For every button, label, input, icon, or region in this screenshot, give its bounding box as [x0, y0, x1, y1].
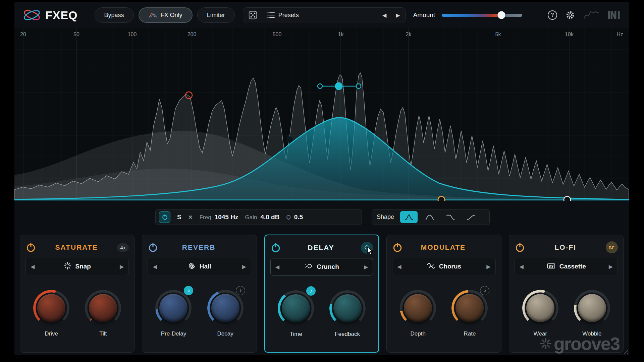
fxeq-plugin-window: FXEQ Bypass FX Only Limiter Presets [14, 2, 629, 355]
knob-face [159, 294, 187, 322]
knob-face [526, 294, 554, 322]
knob-label: Time [290, 331, 302, 338]
knob-pre-delay[interactable]: ♪ Pre-Delay [148, 290, 199, 337]
gain-value[interactable]: 4.0 dB [260, 214, 279, 221]
band-power-button[interactable] [159, 212, 170, 223]
shape-high-cut-button[interactable] [442, 211, 459, 223]
tempo-sync-badge[interactable]: ♪ [480, 286, 489, 295]
reverb-power-button[interactable] [148, 242, 158, 253]
eq-node-red[interactable] [185, 92, 192, 99]
shelf-shape-icon [467, 214, 476, 221]
amount-slider-knob[interactable] [497, 11, 505, 19]
preset-next-button[interactable]: ▶ [396, 12, 400, 18]
knob-feedback[interactable]: Feedback [322, 290, 373, 338]
limiter-button[interactable]: Limiter [197, 7, 235, 23]
knob-face [37, 294, 65, 322]
chorus-icon [427, 262, 435, 271]
knob-wear[interactable]: Wear [515, 290, 566, 337]
preset-name[interactable]: Cassette [559, 263, 586, 270]
shape-selector-bar: Shape [372, 209, 490, 225]
knob-time[interactable]: ♪ Time [270, 290, 322, 338]
knob-wobble[interactable]: Wobble [566, 290, 618, 337]
knob-label: Wobble [582, 330, 601, 337]
prev-preset-button[interactable]: ◀ [275, 264, 279, 270]
knob-tilt[interactable]: Tilt [77, 290, 129, 337]
eq-spectrum-display[interactable]: 20 50 100 200 500 1k 2k 5k 10k Hz [14, 28, 629, 201]
preset-name[interactable]: Hall [200, 263, 211, 270]
band-delete-button[interactable]: × [188, 213, 193, 221]
shape-shelf-button[interactable] [463, 211, 480, 223]
next-preset-button[interactable]: ▶ [242, 263, 246, 270]
lofi-power-button[interactable] [515, 242, 525, 253]
ni-logo-icon [607, 10, 621, 20]
tempo-sync-badge[interactable]: ♪ [184, 286, 193, 295]
eq-node-dark[interactable] [287, 136, 293, 142]
q-value[interactable]: 0.5 [294, 214, 303, 221]
fx-waves-icon [149, 12, 157, 18]
mouse-cursor [367, 247, 375, 256]
bypass-button[interactable]: Bypass [95, 7, 134, 23]
delay-power-button[interactable] [270, 242, 281, 253]
shape-bell-button[interactable] [400, 211, 418, 223]
crunch-icon [304, 262, 313, 272]
prev-preset-button[interactable]: ◀ [31, 263, 35, 270]
knob-face [404, 294, 432, 322]
knob-label: Depth [411, 330, 426, 337]
eq-node-white[interactable] [564, 196, 571, 201]
spectrum-canvas[interactable] [14, 28, 629, 201]
delay-preset-selector: ◀ Crunch ▶ [270, 258, 373, 276]
knob-depth[interactable]: Depth [392, 290, 444, 337]
preset-name[interactable]: Snap [75, 263, 91, 270]
saturate-power-button[interactable] [25, 242, 36, 253]
scribble-icon [583, 10, 599, 20]
snap-icon [63, 262, 71, 271]
next-preset-button[interactable]: ▶ [364, 264, 368, 270]
knob-drive[interactable]: Drive [25, 290, 77, 337]
tempo-sync-badge[interactable]: ♪ [236, 286, 245, 295]
amount-label: Amount [413, 11, 435, 19]
gain-label: Gain [245, 214, 257, 221]
freq-tick: 50 [73, 32, 79, 38]
module-reverb: REVERB ◀ Hall ▶ [142, 235, 257, 353]
preset-list-icon[interactable] [267, 11, 275, 19]
prev-preset-button[interactable]: ◀ [153, 263, 157, 270]
preset-name[interactable]: Chorus [439, 263, 462, 270]
knob-label: Decay [217, 330, 233, 337]
settings-gear-icon[interactable] [565, 10, 575, 20]
modulate-power-button[interactable] [392, 242, 403, 253]
preset-prev-button[interactable]: ◀ [382, 12, 386, 18]
freq-value[interactable]: 1045 Hz [215, 214, 238, 221]
selected-band-bar: S × Freq 1045 Hz Gain 4.0 dB Q 0.5 [155, 209, 362, 225]
lofi-mode-badge[interactable] [606, 241, 618, 253]
eq-node-orange[interactable] [438, 196, 445, 201]
q-handle-right[interactable] [356, 84, 361, 88]
oversampling-badge[interactable]: 4x [117, 243, 129, 252]
tempo-sync-badge[interactable]: ♪ [306, 286, 316, 296]
shape-label: Shape [377, 214, 394, 221]
freq-tick: 20 [20, 32, 26, 38]
freq-tick: 200 [187, 32, 197, 38]
band-solo-button[interactable]: S [177, 214, 181, 221]
presets-label[interactable]: Presets [278, 12, 299, 19]
knob-decay[interactable]: ♪ Decay [200, 290, 251, 337]
q-handle-left[interactable] [318, 84, 322, 88]
next-preset-button[interactable]: ▶ [120, 263, 124, 270]
module-delay: DELAY ◀ [264, 235, 379, 353]
freq-label: Freq [200, 214, 211, 221]
eq-node-selected[interactable] [335, 82, 343, 90]
knob-label: Rate [464, 330, 476, 337]
knob-rate[interactable]: ♪ Rate [444, 290, 495, 337]
prev-preset-button[interactable]: ◀ [520, 263, 524, 270]
next-preset-button[interactable]: ▶ [486, 263, 490, 270]
next-preset-button[interactable]: ▶ [609, 263, 613, 270]
dice-randomize-icon[interactable] [249, 11, 257, 19]
freq-tick: 5k [495, 32, 501, 38]
fx-only-button[interactable]: FX Only [139, 7, 193, 23]
freq-tick: 2k [406, 32, 412, 38]
help-button[interactable]: ? [548, 10, 557, 20]
shape-wide-bell-button[interactable] [421, 211, 438, 223]
amount-slider[interactable] [442, 14, 522, 17]
preset-name[interactable]: Crunch [317, 263, 339, 270]
prev-preset-button[interactable]: ◀ [397, 263, 401, 270]
freq-tick: 100 [128, 32, 137, 38]
